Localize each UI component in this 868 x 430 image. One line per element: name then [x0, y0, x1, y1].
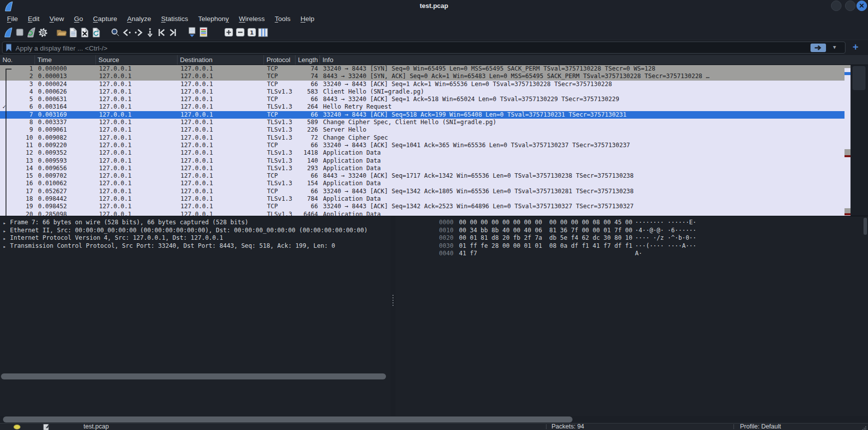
zoom-in-button[interactable] — [223, 26, 234, 39]
go-forward-button[interactable] — [132, 26, 144, 39]
find-packet-button[interactable] — [110, 26, 121, 39]
display-filter-box[interactable]: ▾ — [2, 42, 846, 54]
hex-row-0030[interactable]: 003001 ff fe 28 00 00 01 01 08 0a df f1 … — [396, 242, 868, 250]
menu-item-telephony[interactable]: Telephony — [193, 15, 234, 23]
expand-arrow-icon[interactable]: ▸ — [3, 243, 6, 250]
filter-bookmark-icon[interactable] — [6, 44, 12, 54]
packet-row-16[interactable]: 160.010062127.0.0.1127.0.0.1TLSv1.3154Ap… — [0, 180, 844, 187]
start-capture-button[interactable] — [2, 26, 14, 39]
go-to-packet-button[interactable] — [144, 26, 156, 39]
capture-options-button[interactable] — [37, 26, 48, 39]
hex-row-0010[interactable]: 001000 34 bb 8b 40 00 40 06 81 36 7f 00 … — [396, 227, 868, 235]
save-file-button[interactable] — [68, 26, 79, 39]
column-header-time[interactable]: Time — [35, 55, 96, 65]
packet-row-8[interactable]: 80.003337127.0.0.1127.0.0.1TLSv1.3589Cha… — [0, 119, 844, 126]
bytes-vertical-scrollbar[interactable] — [864, 218, 867, 235]
go-back-button[interactable] — [121, 26, 132, 39]
menu-item-capture[interactable]: Capture — [88, 15, 122, 23]
restart-capture-button[interactable] — [26, 26, 37, 39]
expert-info-icon[interactable] — [14, 424, 20, 429]
packet-row-6[interactable]: 60.003164127.0.0.1127.0.0.1TLSv1.3264Hel… — [0, 103, 844, 111]
minimap-mark — [844, 213, 850, 215]
packet-row-12[interactable]: 120.009352127.0.0.1127.0.0.1TLSv1.31418A… — [0, 149, 844, 157]
zoom-original-button[interactable]: 1 — [246, 26, 258, 39]
packet-row-10[interactable]: 100.009082127.0.0.1127.0.0.1TLSv1.372Cha… — [0, 134, 844, 142]
menu-item-view[interactable]: View — [44, 15, 69, 23]
cell-protocol: TLSv1.3 — [264, 103, 296, 111]
hex-bytes: 00 34 bb 8b 40 00 40 06 81 36 7f 00 00 0… — [459, 227, 635, 235]
column-header-destination[interactable]: Destination — [178, 55, 264, 65]
packet-row-20[interactable]: 200.285098127.0.0.1127.0.0.1TLSv1.36464A… — [0, 211, 844, 216]
hex-row-0040[interactable]: 004041 f7A· — [396, 250, 868, 258]
hex-row-0020[interactable]: 002000 01 81 d8 20 fb 2f 7a db 5e f4 62 … — [396, 234, 868, 242]
packet-row-15[interactable]: 150.009702127.0.0.1127.0.0.1TCP668443 → … — [0, 172, 844, 180]
resize-grip-icon[interactable] — [862, 425, 866, 430]
cell-info: 33240 → 8443 [ACK] Seq=1041 Ack=365 Win=… — [320, 142, 630, 149]
first-packet-button[interactable] — [156, 26, 167, 39]
reload-file-button[interactable] — [90, 26, 102, 39]
menu-item-edit[interactable]: Edit — [23, 15, 44, 23]
pane-splitter[interactable] — [390, 216, 396, 416]
detail-line-4[interactable]: ▸Transmission Control Protocol, Src Port… — [0, 242, 390, 250]
packet-row-19[interactable]: 190.098452127.0.0.1127.0.0.1TCP6633240 →… — [0, 203, 844, 210]
menu-item-help[interactable]: Help — [296, 15, 320, 23]
filter-dropdown-caret-icon[interactable]: ▾ — [833, 44, 836, 51]
menu-item-statistics[interactable]: Statistics — [156, 15, 193, 23]
detail-line-2[interactable]: ▸Ethernet II, Src: 00:00:00_00:00:00 (00… — [0, 227, 390, 235]
last-packet-button[interactable] — [167, 26, 178, 39]
close-file-button[interactable] — [79, 26, 90, 39]
packet-row-7[interactable]: 70.003169127.0.0.1127.0.0.1TCP6633240 → … — [0, 111, 844, 119]
packet-row-5[interactable]: 50.000631127.0.0.1127.0.0.1TCP668443 → 3… — [0, 96, 844, 103]
maximize-button[interactable] — [845, 1, 856, 11]
packet-list-vertical-scrollbar[interactable] — [850, 65, 868, 216]
detail-line-3[interactable]: ▸Internet Protocol Version 4, Src: 127.0… — [0, 234, 390, 242]
display-filter-input[interactable] — [14, 43, 786, 54]
apply-filter-button[interactable] — [810, 44, 826, 52]
expand-arrow-icon[interactable]: ▸ — [3, 219, 6, 227]
packet-row-11[interactable]: 110.009220127.0.0.1127.0.0.1TCP6633240 →… — [0, 142, 844, 149]
scrollbar-thumb[interactable] — [852, 66, 866, 90]
packet-row-1[interactable]: 10.000000127.0.0.1127.0.0.1TCP7433240 → … — [0, 65, 844, 73]
packet-details-pane: ▸Frame 7: 66 bytes on wire (528 bits), 6… — [0, 216, 390, 379]
packet-row-18[interactable]: 180.098442127.0.0.1127.0.0.1TLSv1.3784Ap… — [0, 195, 844, 203]
hex-row-0000[interactable]: 000000 00 00 00 00 00 00 00 00 00 00 00 … — [396, 219, 868, 227]
stop-capture-button[interactable] — [14, 26, 26, 39]
close-button[interactable]: ✕ — [856, 1, 867, 11]
packet-row-3[interactable]: 30.000024127.0.0.1127.0.0.1TCP6633240 → … — [0, 81, 844, 88]
open-file-icon — [56, 28, 67, 37]
detail-line-1[interactable]: ▸Frame 7: 66 bytes on wire (528 bits), 6… — [0, 219, 390, 227]
menu-item-go[interactable]: Go — [69, 15, 88, 23]
expand-arrow-icon[interactable]: ▸ — [3, 235, 6, 242]
statusbar-profile[interactable]: Profile: Default — [740, 423, 781, 430]
column-header-protocol[interactable]: Protocol — [264, 55, 296, 65]
column-header-no[interactable]: No. — [0, 55, 35, 65]
auto-scroll-button[interactable] — [186, 26, 198, 39]
packet-row-13[interactable]: 130.009593127.0.0.1127.0.0.1TLSv1.3140Ap… — [0, 157, 844, 165]
packet-row-9[interactable]: 90.009061127.0.0.1127.0.0.1TLSv1.3226Ser… — [0, 126, 844, 134]
open-file-button[interactable] — [56, 26, 68, 39]
menu-item-analyze[interactable]: Analyze — [122, 15, 156, 23]
column-header-length[interactable]: Length — [296, 55, 320, 65]
packet-row-2[interactable]: 20.000013127.0.0.1127.0.0.1TCP748443 → 3… — [0, 73, 844, 80]
packet-list-minimap[interactable] — [844, 65, 850, 216]
menu-item-file[interactable]: File — [2, 15, 23, 23]
packet-list-horizontal-scrollbar[interactable] — [3, 416, 572, 422]
expand-arrow-icon[interactable]: ▸ — [3, 227, 6, 235]
column-header-info[interactable]: Info — [320, 55, 868, 65]
details-horizontal-scrollbar[interactable] — [1, 373, 386, 379]
resize-columns-button[interactable] — [258, 26, 269, 39]
capture-comment-icon[interactable] — [43, 423, 50, 430]
zoom-out-button[interactable] — [234, 26, 246, 39]
cell-info: 8443 → 33240 [SYN, ACK] Seq=0 Ack=1 Win=… — [320, 73, 710, 80]
packet-row-14[interactable]: 140.009656127.0.0.1127.0.0.1TLSv1.3293Ap… — [0, 165, 844, 172]
menu-item-wireless[interactable]: Wireless — [234, 15, 270, 23]
packet-row-4[interactable]: 40.000626127.0.0.1127.0.0.1TLSv1.3583Cli… — [0, 88, 844, 96]
column-header-source[interactable]: Source — [96, 55, 178, 65]
add-filter-button[interactable]: + — [850, 42, 861, 54]
title-bar[interactable]: test.pcap ✕ — [0, 0, 868, 12]
colorize-packets-button[interactable] — [198, 26, 209, 39]
menu-item-tools[interactable]: Tools — [270, 15, 296, 23]
cell-info: 33240 → 8443 [ACK] Seq=1342 Ack=1805 Win… — [320, 188, 634, 195]
minimize-button[interactable] — [831, 1, 842, 11]
packet-row-17[interactable]: 170.052627127.0.0.1127.0.0.1TCP6633240 →… — [0, 188, 844, 195]
